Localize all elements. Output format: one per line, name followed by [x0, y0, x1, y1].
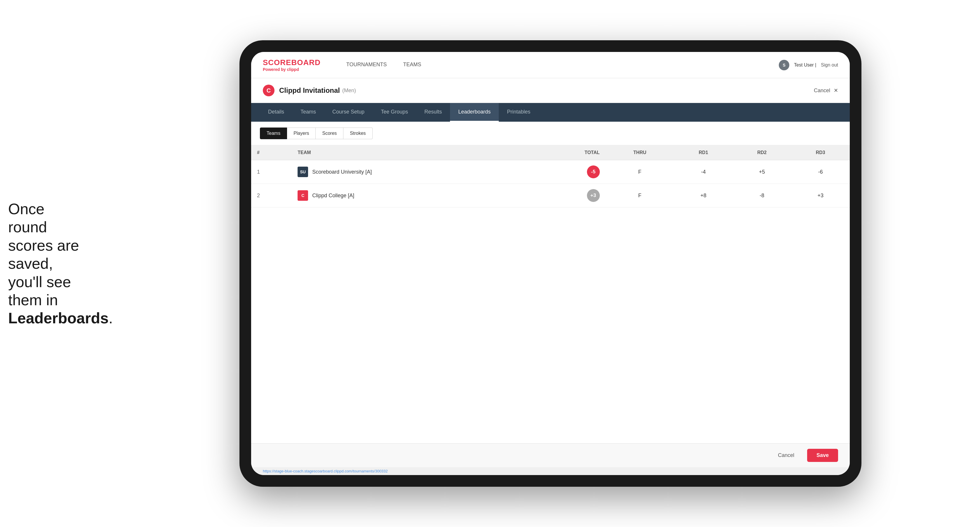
col-team: TEAM	[292, 145, 531, 160]
score-badge-1: -5	[587, 165, 600, 178]
filter-strokes[interactable]: Strokes	[344, 127, 372, 139]
table-header-row: # TEAM TOTAL THRU RD1 RD2 RD3	[251, 145, 850, 160]
user-name: Test User |	[794, 62, 816, 68]
tab-course-setup[interactable]: Course Setup	[324, 103, 372, 122]
cell-thru-1: F	[606, 160, 674, 184]
tab-navigation: Details Teams Course Setup Tee Groups Re…	[251, 103, 850, 122]
cell-rd3-1: -6	[791, 160, 850, 184]
description-line4: them in	[8, 292, 58, 308]
col-rd2: RD2	[733, 145, 791, 160]
logo-board: BOARD	[291, 58, 320, 67]
filter-buttons: Teams Players Scores Strokes	[251, 122, 850, 145]
save-button-footer[interactable]: Save	[807, 449, 838, 462]
left-description: Once round scores are saved, you'll see …	[8, 200, 84, 327]
tab-teams[interactable]: Teams	[292, 103, 324, 122]
tournament-header: C Clippd Invitational (Men) Cancel ✕	[251, 78, 850, 103]
team-name-1: Scoreboard University [A]	[312, 169, 372, 175]
table-row: 1 SU Scoreboard University [A] -5	[251, 160, 850, 184]
cell-rd3-2: +3	[791, 184, 850, 208]
cancel-button-header[interactable]: Cancel ✕	[814, 87, 838, 94]
col-thru: THRU	[606, 145, 674, 160]
description-line1: Once round	[8, 200, 47, 235]
cell-rank-2: 2	[251, 184, 292, 208]
powered-by: Powered by clippd	[263, 67, 321, 72]
logo-area: SCOREBOARD Powered by clippd	[263, 58, 321, 72]
leaderboard-table: # TEAM TOTAL THRU RD1 RD2 RD3	[251, 145, 850, 208]
cell-rd1-2: +8	[674, 184, 733, 208]
tab-tee-groups[interactable]: Tee Groups	[372, 103, 416, 122]
team-name-2: Clippd College [A]	[312, 193, 354, 199]
cell-thru-2: F	[606, 184, 674, 208]
filter-scores[interactable]: Scores	[316, 127, 344, 139]
filter-players[interactable]: Players	[287, 127, 316, 139]
tablet-device: SCOREBOARD Powered by clippd TOURNAMENTS…	[239, 40, 861, 487]
col-rd3: RD3	[791, 145, 850, 160]
tab-details[interactable]: Details	[260, 103, 292, 122]
logo-score: SCORE	[263, 58, 291, 67]
description-line3: saved, you'll see	[8, 255, 71, 290]
col-total: TOTAL	[531, 145, 606, 160]
tab-printables[interactable]: Printables	[499, 103, 538, 122]
tab-results[interactable]: Results	[416, 103, 450, 122]
cell-team-1: SU Scoreboard University [A]	[292, 160, 531, 184]
description-line2: scores are	[8, 237, 79, 254]
cancel-button-footer[interactable]: Cancel	[770, 449, 802, 462]
nav-links: TOURNAMENTS TEAMS	[338, 52, 779, 78]
col-rd1: RD1	[674, 145, 733, 160]
tab-leaderboards[interactable]: Leaderboards	[450, 103, 499, 122]
app-logo: SCOREBOARD	[263, 58, 321, 67]
description-line5-bold: Leaderboards	[8, 310, 109, 327]
cell-total-2: +3	[531, 184, 606, 208]
team-logo-1: SU	[298, 167, 308, 177]
tablet-screen: SCOREBOARD Powered by clippd TOURNAMENTS…	[251, 52, 850, 475]
cell-rd1-1: -4	[674, 160, 733, 184]
tournament-subtitle: (Men)	[342, 87, 356, 94]
cell-rank-1: 1	[251, 160, 292, 184]
bottom-bar: Cancel Save	[251, 443, 850, 467]
description-period: .	[109, 310, 113, 327]
filter-teams[interactable]: Teams	[260, 127, 287, 139]
cell-rd2-1: +5	[733, 160, 791, 184]
team-logo-2: C	[298, 190, 308, 201]
top-nav: SCOREBOARD Powered by clippd TOURNAMENTS…	[251, 52, 850, 78]
nav-right: S Test User | Sign out	[779, 60, 838, 70]
leaderboard-table-container: # TEAM TOTAL THRU RD1 RD2 RD3	[251, 145, 850, 443]
content-area: Teams Players Scores Strokes # TEAM TOTA…	[251, 122, 850, 475]
table-row: 2 C Clippd College [A] +3	[251, 184, 850, 208]
cell-rd2-2: -8	[733, 184, 791, 208]
score-badge-2: +3	[587, 189, 600, 202]
close-icon[interactable]: ✕	[834, 87, 838, 94]
tournament-icon: C	[263, 85, 275, 96]
nav-teams[interactable]: TEAMS	[395, 52, 430, 78]
url-bar: https://stage-blue-coach.stagescoarboard…	[251, 467, 850, 475]
team-cell-1: SU Scoreboard University [A]	[298, 167, 525, 177]
tournament-title: Clippd Invitational	[279, 86, 340, 95]
user-avatar: S	[779, 60, 789, 70]
col-rank: #	[251, 145, 292, 160]
team-cell-2: C Clippd College [A]	[298, 190, 525, 201]
nav-tournaments[interactable]: TOURNAMENTS	[338, 52, 395, 78]
sign-out-link[interactable]: Sign out	[821, 62, 838, 68]
cell-team-2: C Clippd College [A]	[292, 184, 531, 208]
cell-total-1: -5	[531, 160, 606, 184]
